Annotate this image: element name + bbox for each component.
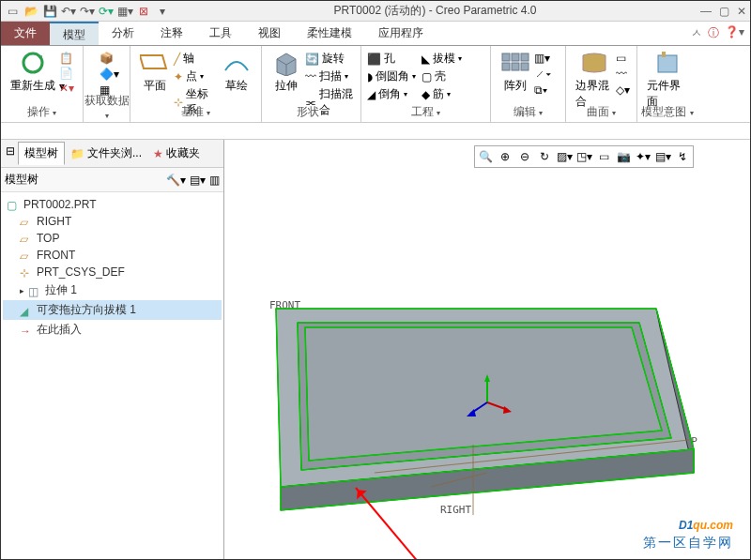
rib-button[interactable]: ◆ 筋 ▾ [421,85,462,103]
copy-icon[interactable]: 📋 [59,52,74,65]
tab-file[interactable]: 文件 [1,22,50,45]
tree-extrude[interactable]: ▸◫拉伸 1 [3,280,222,300]
merge-icon[interactable]: ⧉▾ [534,83,549,97]
minimize-ribbon-icon[interactable]: ㅅ [691,25,702,41]
svg-rect-1 [502,53,510,61]
sidebar: ⊟ 模型树 📁文件夹浏... ★收藏夹 模型树 🔨▾ ▤▾ ▥ ▢PRT0002… [1,140,224,559]
sweep-button[interactable]: 〰 扫描 ▾ [305,68,355,85]
tab-tools[interactable]: 工具 [196,22,245,45]
svg-rect-7 [658,55,677,72]
tree-filter-icon[interactable]: ▤▾ [190,174,206,187]
redo-icon[interactable]: ↷▾ [80,4,95,19]
paste-icon[interactable]: 📄▾ [59,67,74,80]
window-title: PRT0002 (活动的) - Creo Parametric 4.0 [170,3,700,19]
maximize-icon[interactable]: ▢ [719,5,729,18]
delete-icon[interactable]: ✕▾ [59,82,74,95]
tab-annotate[interactable]: 注释 [147,22,196,45]
shell-button[interactable]: ▢ 壳 [421,68,462,85]
fill-icon[interactable]: ▭ [616,52,631,65]
tab-folder[interactable]: 📁文件夹浏... [65,142,147,165]
model-tree: ▢PRT0002.PRT ▱RIGHT ▱TOP ▱FRONT ⊹PRT_CSY… [1,192,223,343]
new-icon[interactable]: ▭ [5,4,20,19]
pattern-icon [500,50,530,76]
ribbon: 重新生成 📋 📄▾ ✕▾ 操作 ▾ 📦 🔷▾ ▦ 获取数据 ▾ 平面 ╱ 轴 [1,46,750,123]
main-area: ⊟ 模型树 📁文件夹浏... ★收藏夹 模型树 🔨▾ ▤▾ ▥ ▢PRT0002… [1,140,750,559]
tree-draft[interactable]: ◢可变拖拉方向拔模 1 [3,300,222,320]
viewport[interactable]: 🔍 ⊕ ⊖ ↻ ▨▾ ◳▾ ▭ 📷 ✦▾ ▤▾ ↯ FRONT TOP PRT_… [224,140,750,559]
blend-icon [579,50,609,76]
save-icon[interactable]: 💾 [42,4,57,19]
pattern-button[interactable]: 阵列 [497,48,534,97]
hole-button[interactable]: ⬛ 孔 [367,50,416,68]
revolve-button[interactable]: 🔄 旋转 [305,50,355,68]
undo-icon[interactable]: ↶▾ [61,4,76,19]
ribbon-tabs: 文件 模型 分析 注释 工具 视图 柔性建模 应用程序 ㅅ ⓘ ❓▾ [1,22,750,46]
close-icon[interactable]: ⊠ [136,4,151,19]
svg-point-0 [23,53,42,72]
tree-top[interactable]: ▱TOP [3,230,222,247]
open-icon[interactable]: 📂 [23,4,38,19]
sketch-icon [222,50,252,76]
tree-settings-icon[interactable]: 🔨▾ [166,174,186,187]
help-icon[interactable]: ❓▾ [725,25,744,41]
free-icon[interactable]: ◇▾ [616,83,631,97]
close-window-icon[interactable]: ✕ [737,5,746,18]
quick-access-toolbar: ▭ 📂 💾 ↶▾ ↷▾ ⟳▾ ▦▾ ⊠ ▾ [5,4,170,19]
svg-rect-2 [512,53,519,61]
regenerate-button[interactable]: 重新生成 [7,48,59,96]
tree-root[interactable]: ▢PRT0002.PRT [3,196,222,213]
tab-modeltree[interactable]: 模型树 [18,142,65,165]
tree-right[interactable]: ▱RIGHT [3,213,222,230]
tab-view[interactable]: 视图 [245,22,294,45]
svg-rect-3 [521,53,529,61]
tab-model[interactable]: 模型 [50,22,99,45]
import-icon[interactable]: 📦 [100,52,115,65]
title-bar: ▭ 📂 💾 ↶▾ ↷▾ ⟳▾ ▦▾ ⊠ ▾ PRT0002 (活动的) - Cr… [1,1,750,22]
component-ui-button[interactable]: 元件界面 [643,48,692,112]
extrude-icon [271,50,301,76]
round-button[interactable]: ◗ 倒圆角 ▾ [367,68,416,85]
tree-panel-title: 模型树 [5,172,38,188]
svg-rect-8 [662,52,666,57]
regen-big-icon [18,50,48,76]
point-button[interactable]: ✦ 点 ▾ [174,68,218,85]
qat-drop-icon[interactable]: ▾ [155,4,170,19]
window-controls: — ▢ ✕ [700,5,746,18]
tab-app[interactable]: 应用程序 [365,22,437,45]
svg-rect-4 [502,63,510,70]
style-icon[interactable]: 〰 [616,68,631,81]
info-icon[interactable]: ⓘ [708,25,719,41]
tree-front[interactable]: ▱FRONT [3,247,222,264]
minimize-icon[interactable]: — [700,5,712,18]
trim-icon[interactable]: ⟋▾ [534,68,549,81]
tree-csys[interactable]: ⊹PRT_CSYS_DEF [3,264,222,280]
draft-button[interactable]: ◣ 拔模 ▾ [421,50,462,68]
component-ui-icon [652,50,682,76]
svg-rect-6 [521,63,529,70]
axis-button[interactable]: ╱ 轴 [174,50,218,68]
regen-icon[interactable]: ⟳▾ [99,4,114,19]
model-3d [224,140,750,543]
component-icon[interactable]: 🔷▾ [100,68,115,81]
tab-favorites[interactable]: ★收藏夹 [147,142,206,165]
watermark: D1qu.com 第一区自学网 [643,501,733,552]
tab-flex[interactable]: 柔性建模 [294,22,365,45]
tree-show-icon[interactable]: ▥ [209,174,220,187]
window-icon[interactable]: ▦▾ [117,4,132,19]
tab-analysis[interactable]: 分析 [99,22,147,45]
tree-insert[interactable]: →在此插入 [3,320,222,340]
mirror-icon[interactable]: ▥▾ [534,52,549,65]
blend-button[interactable]: 边界混合 [572,48,616,112]
tree-toggle-icon[interactable]: ⊟ [3,142,18,165]
svg-rect-5 [512,63,519,70]
plane-icon [140,50,170,76]
chamfer-button[interactable]: ◢ 倒角 ▾ [367,85,416,103]
